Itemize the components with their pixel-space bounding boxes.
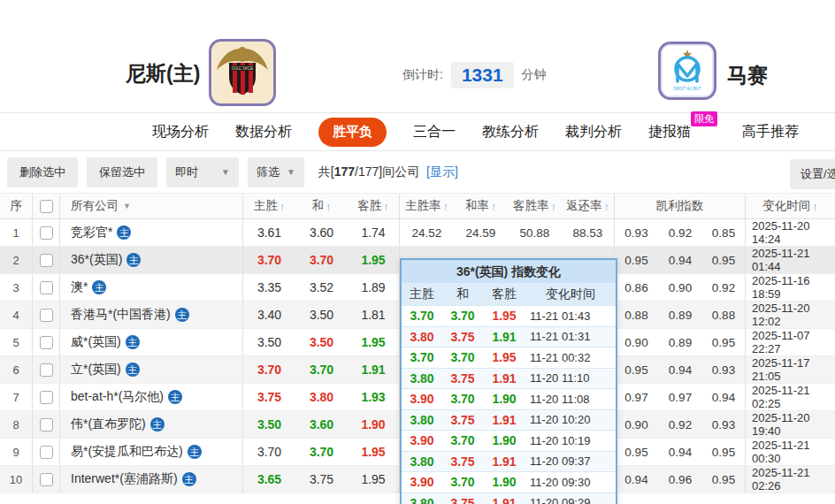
row-checkbox[interactable]	[40, 226, 53, 240]
tab-教练分析[interactable]: 教练分析	[482, 123, 539, 141]
odds-value: 3.75	[295, 466, 348, 493]
filter-select[interactable]: 筛选 ▼	[248, 157, 304, 187]
show-link[interactable]: [显示]	[426, 164, 458, 179]
kelly-value: 0.92	[702, 274, 746, 301]
company-name[interactable]: 伟*(直布罗陀)	[71, 416, 146, 432]
kelly-value: 0.90	[615, 329, 658, 355]
row-index: 10	[0, 466, 33, 493]
col-away-rate-sort[interactable]: 客胜率↑	[508, 194, 562, 218]
change-time: 2025-11-21 01:44	[746, 247, 835, 273]
col-home-label: 主胜	[254, 198, 278, 214]
row-checkbox[interactable]	[40, 363, 53, 377]
popup-col-home: 主胜	[402, 283, 442, 305]
kelly-value: 0.94	[658, 247, 702, 273]
col-company-filter[interactable]: 所有公司▼	[60, 194, 243, 218]
col-change-time-sort[interactable]: 变化时间↑	[746, 194, 835, 218]
change-time: 2025-11-21 02:26	[746, 466, 835, 493]
odds-value: 3.60	[295, 219, 348, 246]
col-away-sort[interactable]: 客胜↑	[348, 194, 400, 218]
rate-value: 24.59	[454, 219, 508, 246]
col-draw-sort[interactable]: 和↑	[295, 194, 348, 218]
row-index: 9	[0, 439, 33, 465]
tab-label: 现场分析	[152, 124, 209, 139]
kelly-value: 0.92	[658, 411, 702, 438]
odds-value: 1.95	[348, 466, 400, 493]
company-name[interactable]: 36*(英国)	[71, 252, 122, 268]
row-checkbox[interactable]	[40, 418, 53, 431]
col-draw-rate-sort[interactable]: 和率↑	[454, 194, 508, 218]
kelly-value: 0.93	[702, 356, 746, 383]
popup-odds-value: 3.90	[402, 472, 442, 493]
kelly-value: 0.85	[702, 219, 746, 246]
tab-裁判分析[interactable]: 裁判分析	[565, 123, 622, 141]
count-current: 177	[334, 164, 355, 179]
row-checkbox-cell	[33, 302, 60, 328]
odds-value: 3.35	[243, 274, 295, 301]
tab-高手推荐[interactable]: 高手推荐	[742, 123, 799, 141]
company-name[interactable]: 易*(安提瓜和巴布达)	[71, 444, 183, 460]
company-name[interactable]: 香港马*(中国香港)	[71, 307, 171, 323]
popup-row: 3.803.751.9111-20 09:29	[402, 493, 616, 504]
odds-value: 3.80	[295, 384, 348, 410]
tab-数据分析[interactable]: 数据分析	[235, 123, 292, 141]
live-mode-label: 即时	[175, 164, 198, 180]
kelly-value: 0.94	[658, 439, 702, 465]
popup-odds-value: 3.70	[402, 306, 442, 326]
popup-col-draw: 和	[442, 283, 483, 305]
row-checkbox[interactable]	[40, 391, 53, 404]
row-checkbox[interactable]	[40, 281, 53, 294]
tab-三合一[interactable]: 三合一	[413, 123, 456, 141]
odds-value: 3.50	[295, 302, 348, 328]
home-indicator-badge: 主	[126, 363, 140, 377]
popup-change-time: 11-20 11:08	[525, 389, 616, 409]
home-indicator-badge: 主	[126, 335, 140, 349]
row-index: 5	[0, 329, 33, 355]
row-checkbox[interactable]	[40, 473, 53, 486]
live-mode-select[interactable]: 即时 ▼	[166, 157, 239, 187]
company-name[interactable]: bet-at-h*(马尔他)	[71, 389, 164, 405]
popup-row: 3.803.751.9111-20 10:20	[402, 409, 616, 431]
company-name[interactable]: 威*(英国)	[71, 334, 121, 350]
select-all-checkbox-cell	[33, 194, 60, 218]
odds-change-popup: 36*(英国) 指数变化 主胜 和 客胜 变化时间 3.703.701.9511…	[400, 258, 617, 504]
tab-捷报猫[interactable]: 捷报猫限免	[648, 123, 691, 141]
free-trial-badge: 限免	[691, 111, 717, 126]
company-cell: 立*(英国)主	[60, 356, 243, 383]
popup-odds-value: 3.75	[442, 493, 483, 504]
change-time: 2025-11-17 21:05	[746, 356, 835, 383]
odds-value: 1.89	[348, 274, 400, 301]
odds-value: 3.50	[295, 329, 348, 355]
row-checkbox[interactable]	[40, 309, 53, 322]
col-home-rate-label: 主胜率	[405, 198, 441, 214]
col-home-sort[interactable]: 主胜↑	[243, 194, 295, 218]
kelly-value: 0.94	[615, 466, 658, 493]
col-return-rate-sort[interactable]: 返还率↑	[562, 194, 615, 218]
company-name[interactable]: 竞彩官*	[71, 225, 112, 241]
row-checkbox[interactable]	[40, 446, 53, 459]
row-checkbox[interactable]	[40, 254, 53, 267]
odds-value: 3.61	[243, 219, 295, 246]
sort-up-icon: ↑	[443, 200, 449, 213]
tab-现场分析[interactable]: 现场分析	[152, 123, 209, 141]
popup-row: 3.803.751.9111-20 09:37	[402, 451, 616, 472]
col-draw-rate-label: 和率	[465, 198, 489, 214]
popup-change-time: 11-20 10:19	[525, 431, 616, 451]
col-home-rate-sort[interactable]: 主胜率↑	[400, 194, 454, 218]
company-name[interactable]: 澳*	[71, 279, 88, 295]
kelly-value: 0.95	[615, 356, 658, 383]
col-away-rate-label: 客胜率	[513, 198, 549, 214]
delete-selected-button[interactable]: 删除选中	[7, 157, 78, 187]
company-name[interactable]: Interwet*(塞浦路斯)	[71, 471, 178, 487]
settings-button[interactable]: 设置/选	[790, 159, 835, 189]
tab-胜平负[interactable]: 胜平负	[318, 118, 387, 147]
company-name[interactable]: 立*(英国)	[71, 362, 121, 378]
popup-odds-value: 1.95	[483, 306, 525, 326]
row-checkbox[interactable]	[40, 336, 53, 349]
table-row[interactable]: 1竞彩官*主3.613.601.7424.5224.5950.8888.530.…	[0, 219, 835, 247]
company-cell: 易*(安提瓜和巴布达)主	[60, 439, 243, 465]
select-all-checkbox[interactable]	[40, 200, 53, 213]
count-prefix: 共[	[318, 164, 334, 179]
odds-value: 1.74	[348, 219, 400, 246]
count-rest: /177]间公司	[355, 164, 419, 179]
keep-selected-button[interactable]: 保留选中	[87, 157, 157, 187]
